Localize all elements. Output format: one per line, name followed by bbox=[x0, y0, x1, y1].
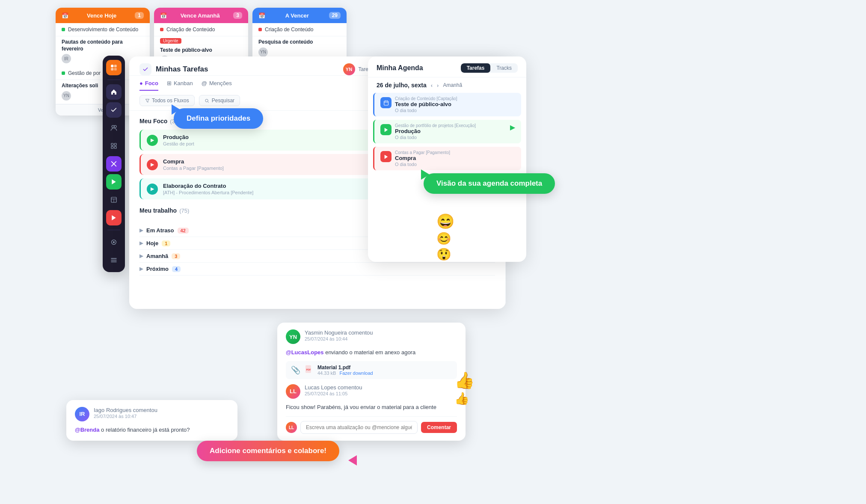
main-title-icon bbox=[139, 63, 151, 75]
kanban-item-4[interactable]: Criação de Conteúdo bbox=[252, 23, 347, 36]
play-btn-producao[interactable]: ▶ bbox=[147, 135, 158, 146]
sidebar-item-youtube[interactable] bbox=[106, 210, 122, 225]
comment-date-yasmin: 25/07/2024 às 10:44 bbox=[305, 336, 373, 341]
kanban-item-label-2: Gestão de por bbox=[68, 70, 101, 76]
nav-next-icon[interactable]: › bbox=[437, 82, 439, 89]
event-content-2: Gestão de portfólio de projetos [Execuçã… bbox=[395, 123, 507, 140]
sidebar-item-grid[interactable] bbox=[106, 138, 122, 154]
agenda-tab-tarefas[interactable]: Tarefas bbox=[461, 63, 491, 73]
svg-rect-8 bbox=[111, 146, 113, 148]
kanban-header-cal-icon-2: 📅 bbox=[160, 12, 167, 19]
kanban-item-3[interactable]: Criação de Conteúdo bbox=[154, 23, 248, 36]
pesquisar-button[interactable]: Pesquisar bbox=[199, 95, 240, 106]
kanban-item-title-3: Teste de público-alvo bbox=[160, 47, 242, 54]
chevron-icon-3: ▶ bbox=[139, 253, 143, 259]
sidebar-item-table[interactable] bbox=[106, 192, 122, 208]
comment-panel-right: YN Yasmin Nogueira comentou 25/07/2024 à… bbox=[277, 323, 466, 441]
kanban-col1-badge: 1 bbox=[135, 12, 144, 19]
tab-foco[interactable]: ● Foco bbox=[139, 80, 158, 91]
kanban-avatar-1: IR bbox=[62, 54, 71, 63]
comment-avatar-lucas: LL bbox=[286, 384, 300, 399]
thumbs-up-med: 👍 bbox=[454, 391, 475, 406]
kanban-col2-badge: 3 bbox=[233, 12, 242, 19]
kanban-col1-title: Vence Hoje bbox=[87, 12, 116, 19]
comment-name-yasmin: Yasmin Nogueira comentou bbox=[305, 329, 373, 336]
kanban-avatar-4: YN bbox=[258, 47, 268, 57]
comment-input-avatar: LL bbox=[286, 422, 297, 433]
sidebar-divider-2 bbox=[107, 230, 120, 230]
dot-icon-1 bbox=[62, 28, 65, 31]
kanban-header-cal-icon: 📅 bbox=[62, 12, 68, 19]
comment-avatar-yasmin: YN bbox=[286, 329, 300, 344]
event-content-1: Criação de Conteúdo [Captação] Teste de … bbox=[395, 96, 515, 113]
comment-panel-left: IR Iago Rodrigues comentou 25/07/2024 às… bbox=[66, 400, 237, 441]
meu-trabalho-count: (75) bbox=[179, 208, 189, 214]
agenda-event-2[interactable]: Gestão de portfólio de projetos [Execuçã… bbox=[373, 120, 521, 143]
sidebar-item-tasks[interactable] bbox=[106, 102, 122, 118]
agenda-tab-tracks[interactable]: Tracks bbox=[490, 63, 518, 73]
sidebar-item-people[interactable] bbox=[106, 120, 122, 136]
agenda-header: Minha Agenda Tarefas Tracks bbox=[368, 56, 526, 77]
play-btn-contrato[interactable]: ▶ bbox=[147, 184, 158, 195]
kanban-item-label-3: Criação de Conteúdo bbox=[166, 27, 215, 33]
sidebar-logo-icon[interactable] bbox=[106, 60, 122, 75]
sidebar-item-menu[interactable] bbox=[106, 252, 122, 268]
comment-send-button[interactable]: Comentar bbox=[421, 422, 457, 433]
comment-user-lucas: LL Lucas Lopes comentou 25/07/2024 às 11… bbox=[286, 384, 457, 399]
kanban-item-label-1: Desenvolvimento de Conteúdo bbox=[68, 27, 138, 33]
svg-point-18 bbox=[113, 241, 115, 243]
fluxos-button[interactable]: Todos os Fluxos bbox=[139, 95, 195, 106]
attach-name: Material 1.pdf bbox=[317, 365, 373, 371]
comment-text-iago: @Brenda o relatório financeiro já está p… bbox=[75, 426, 229, 434]
kanban-col3-badge: 29 bbox=[329, 12, 341, 19]
paperclip-icon: 📎 bbox=[291, 365, 300, 375]
tooltip-agenda-completa: Visão da sua agenda completa bbox=[424, 173, 555, 194]
kanban-item-1[interactable]: Desenvolvimento de Conteúdo bbox=[56, 23, 150, 36]
group-proximo-label: Próximo bbox=[146, 266, 169, 272]
sidebar-item-circle[interactable] bbox=[106, 234, 122, 250]
kanban-col3-title: A Vencer bbox=[285, 12, 309, 19]
svg-marker-22 bbox=[145, 99, 149, 102]
comment-date-iago: 25/07/2024 às 10:47 bbox=[94, 414, 157, 419]
group-em-atraso-label: Em Atraso bbox=[146, 227, 174, 234]
sidebar-item-puzzle[interactable] bbox=[106, 156, 122, 172]
mention-lucas: @LucasLopes bbox=[286, 349, 324, 356]
svg-rect-7 bbox=[114, 143, 116, 145]
agenda-date-nav: 26 de julho, sexta ‹ › Amanhã bbox=[368, 77, 526, 93]
tab-mencoes[interactable]: @ Menções bbox=[202, 80, 232, 91]
tab-kanban[interactable]: ⊞ Kanban bbox=[167, 80, 193, 91]
kanban-header-cal-icon-3: 📅 bbox=[258, 12, 265, 19]
svg-line-24 bbox=[208, 101, 208, 102]
agenda-date: 26 de julho, sexta bbox=[377, 82, 427, 89]
sidebar-item-video[interactable] bbox=[106, 174, 122, 190]
emoji-smiling: 😊 bbox=[436, 231, 454, 246]
chevron-icon-4: ▶ bbox=[139, 266, 143, 272]
attach-size: 44.33 kB bbox=[317, 371, 336, 376]
agenda-event-1[interactable]: Criação de Conteúdo [Captação] Teste de … bbox=[373, 93, 521, 116]
kanban-avatar-2: YN bbox=[62, 91, 71, 101]
comment-name-iago: Iago Rodrigues comentou bbox=[94, 407, 157, 413]
group-proximo[interactable]: ▶ Próximo 4 bbox=[139, 263, 495, 276]
svg-rect-3 bbox=[114, 68, 117, 71]
comment-avatar-iago: IR bbox=[75, 407, 89, 421]
sidebar-item-home[interactable] bbox=[106, 84, 122, 100]
agenda-event-3[interactable]: Contas a Pagar [Pagamento] Compra O dia … bbox=[373, 147, 521, 170]
count-proximo: 4 bbox=[172, 266, 181, 272]
event-project-2: Gestão de portfólio de projetos [Execuçã… bbox=[395, 123, 507, 128]
nav-prev-icon[interactable]: ‹ bbox=[431, 82, 433, 89]
agenda-title: Minha Agenda bbox=[377, 64, 423, 72]
comment-meta-yasmin: Yasmin Nogueira comentou 25/07/2024 às 1… bbox=[305, 329, 373, 341]
count-em-atraso: 42 bbox=[178, 228, 189, 234]
count-amanha: 3 bbox=[172, 253, 180, 259]
attach-download[interactable]: Fazer download bbox=[339, 371, 373, 376]
main-title: Minhas Tarefas bbox=[139, 63, 208, 75]
play-btn-compra[interactable]: ▶ bbox=[147, 159, 158, 170]
comment-input[interactable] bbox=[300, 421, 418, 434]
tooltip-define-prioridades: Defina prioridades bbox=[174, 108, 263, 129]
meu-trabalho-title: Meu trabalho bbox=[139, 207, 177, 214]
svg-point-4 bbox=[112, 125, 114, 127]
play-icon-agenda: ▶ bbox=[510, 123, 515, 131]
attachment-row[interactable]: 📎 PDF Material 1.pdf 44.33 kB Fazer down… bbox=[286, 361, 457, 379]
page-title: Minhas Tarefas bbox=[156, 65, 208, 74]
event-allday-1: O dia todo bbox=[395, 108, 515, 113]
